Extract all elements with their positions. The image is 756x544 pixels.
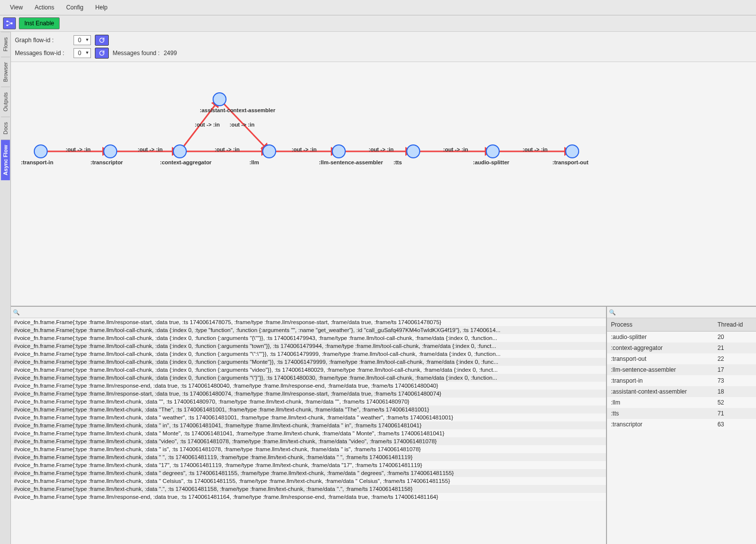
message-row[interactable]: #voice_fn.frame.Frame{:type :frame.llm/t… <box>11 398 606 406</box>
graph-node-label: :audio-splitter <box>473 159 509 165</box>
message-row[interactable]: #voice_fn.frame.Frame{:type :frame.llm/t… <box>11 413 606 421</box>
message-row[interactable]: #voice_fn.frame.Frame{:type :frame.llm/t… <box>11 445 606 453</box>
messages-found-value: 2499 <box>163 50 177 57</box>
tab-outputs[interactable]: Outputs <box>1 87 10 117</box>
graph-edge-label: :out -> :in <box>215 146 239 152</box>
menubar: View Actions Config Help <box>0 0 756 15</box>
graph-edge-label: :out -> :in <box>138 146 162 152</box>
search-icon <box>609 309 616 316</box>
messages-list[interactable]: #voice_fn.frame.Frame{:type :frame.llm/r… <box>11 318 606 544</box>
message-row[interactable]: #voice_fn.frame.Frame{:type :frame.llm/t… <box>11 453 606 461</box>
table-row[interactable]: :transport-in73 <box>607 375 756 386</box>
message-row[interactable]: #voice_fn.frame.Frame{:type :frame.llm/r… <box>11 390 606 398</box>
graph-node-label: :tts <box>393 159 402 165</box>
graph-node-label: :assistant-context-assembler <box>200 107 275 113</box>
svg-point-16 <box>263 145 276 158</box>
messages-search-input[interactable] <box>20 308 604 317</box>
left-side-tabs: Flows Browser Outputs Docs Async Flow <box>0 32 11 544</box>
cell-thread-id: 52 <box>713 397 756 408</box>
graph-edge-label: :out -> :in <box>229 122 254 128</box>
message-row[interactable]: #voice_fn.frame.Frame{:type :frame.llm/t… <box>11 358 606 366</box>
table-row[interactable]: :tts71 <box>607 408 756 419</box>
messages-flow-id-label: Messages flow-id : <box>15 50 70 57</box>
col-thread-id[interactable]: Thread-id <box>713 318 756 332</box>
graph-edge-label: :out -> :in <box>443 146 468 152</box>
svg-point-18 <box>407 145 420 158</box>
svg-point-17 <box>332 145 345 158</box>
graph-node-label: :transport-out <box>552 159 589 165</box>
message-row[interactable]: #voice_fn.frame.Frame{:type :frame.llm/t… <box>11 477 606 485</box>
graph-node-label: :context-aggregator <box>160 159 212 165</box>
message-row[interactable]: #voice_fn.frame.Frame{:type :frame.llm/t… <box>11 406 606 413</box>
search-icon <box>13 309 20 316</box>
threads-panel: Process Thread-id :audio-splitter20:cont… <box>607 307 756 544</box>
flow-icon-button[interactable] <box>3 17 16 29</box>
cell-thread-id: 71 <box>713 408 756 419</box>
inst-enable-button[interactable]: Inst Enable <box>19 17 60 29</box>
table-row[interactable]: :llm-sentence-assembler17 <box>607 364 756 375</box>
messages-refresh-button[interactable] <box>95 48 109 59</box>
table-row[interactable]: :audio-splitter20 <box>607 332 756 343</box>
svg-point-13 <box>104 145 117 158</box>
cell-thread-id: 73 <box>713 375 756 386</box>
graph-node-label: :transport-in <box>21 159 53 165</box>
graph-edge-label: :out -> :in <box>369 146 393 152</box>
svg-rect-1 <box>6 25 8 26</box>
message-row[interactable]: #voice_fn.frame.Frame{:type :frame.llm/t… <box>11 437 606 445</box>
cell-process: :transport-in <box>607 375 713 386</box>
tab-docs[interactable]: Docs <box>1 117 10 139</box>
svg-point-20 <box>566 145 579 158</box>
graph-edge-label: :out -> :in <box>66 146 90 152</box>
tab-browser[interactable]: Browser <box>1 57 10 87</box>
menu-help[interactable]: Help <box>89 2 114 13</box>
svg-point-12 <box>34 145 47 158</box>
message-row[interactable]: #voice_fn.frame.Frame{:type :frame.llm/t… <box>11 342 606 350</box>
graph-flow-id-select[interactable]: 0 <box>74 35 91 45</box>
svg-point-14 <box>173 145 186 158</box>
table-row[interactable]: :llm52 <box>607 397 756 408</box>
message-row[interactable]: #voice_fn.frame.Frame{:type :frame.llm/t… <box>11 334 606 342</box>
message-row[interactable]: #voice_fn.frame.Frame{:type :frame.llm/r… <box>11 318 606 326</box>
svg-point-19 <box>486 145 499 158</box>
menu-actions[interactable]: Actions <box>29 2 60 13</box>
col-process[interactable]: Process <box>607 318 713 332</box>
graph-canvas[interactable]: :transport-in:transcriptor:context-aggre… <box>11 62 756 306</box>
message-row[interactable]: #voice_fn.frame.Frame{:type :frame.llm/t… <box>11 350 606 358</box>
messages-flow-id-select[interactable]: 0 <box>74 48 91 58</box>
cell-thread-id: 18 <box>713 386 756 397</box>
message-row[interactable]: #voice_fn.frame.Frame{:type :frame.llm/t… <box>11 469 606 477</box>
svg-rect-0 <box>6 21 8 22</box>
message-row[interactable]: #voice_fn.frame.Frame{:type :frame.llm/t… <box>11 326 606 334</box>
message-row[interactable]: #voice_fn.frame.Frame{:type :frame.llm/r… <box>11 382 606 390</box>
cell-thread-id: 22 <box>713 353 756 364</box>
message-row[interactable]: #voice_fn.frame.Frame{:type :frame.llm/t… <box>11 429 606 437</box>
message-row[interactable]: #voice_fn.frame.Frame{:type :frame.llm/t… <box>11 485 606 493</box>
table-row[interactable]: :assistant-context-assembler18 <box>607 386 756 397</box>
table-row[interactable]: :context-aggregator21 <box>607 342 756 353</box>
graph-node-label: :transcriptor <box>90 159 123 165</box>
table-row[interactable]: :transcriptor63 <box>607 419 756 430</box>
messages-found-label: Messages found : <box>113 50 160 57</box>
message-row[interactable]: #voice_fn.frame.Frame{:type :frame.llm/t… <box>11 366 606 374</box>
cell-thread-id: 17 <box>713 364 756 375</box>
cell-process: :transport-out <box>607 353 713 364</box>
cell-thread-id: 63 <box>713 419 756 430</box>
graph-refresh-button[interactable] <box>95 35 109 46</box>
message-row[interactable]: #voice_fn.frame.Frame{:type :frame.llm/r… <box>11 493 606 501</box>
toolbar: Inst Enable <box>0 15 756 32</box>
cell-process: :tts <box>607 408 713 419</box>
menu-view[interactable]: View <box>4 2 29 13</box>
graph-edge-label: :out -> :in <box>195 122 220 128</box>
threads-search-input[interactable] <box>616 308 754 317</box>
cell-process: :assistant-context-assembler <box>607 386 713 397</box>
message-row[interactable]: #voice_fn.frame.Frame{:type :frame.llm/t… <box>11 461 606 469</box>
cell-process: :llm <box>607 397 713 408</box>
menu-config[interactable]: Config <box>60 2 89 13</box>
table-row[interactable]: :transport-out22 <box>607 353 756 364</box>
tab-async-flow[interactable]: Async Flow <box>1 139 10 180</box>
message-row[interactable]: #voice_fn.frame.Frame{:type :frame.llm/t… <box>11 374 606 382</box>
message-row[interactable]: #voice_fn.frame.Frame{:type :frame.llm/t… <box>11 421 606 429</box>
cell-thread-id: 21 <box>713 342 756 353</box>
tab-flows[interactable]: Flows <box>1 32 10 57</box>
cell-thread-id: 20 <box>713 332 756 343</box>
